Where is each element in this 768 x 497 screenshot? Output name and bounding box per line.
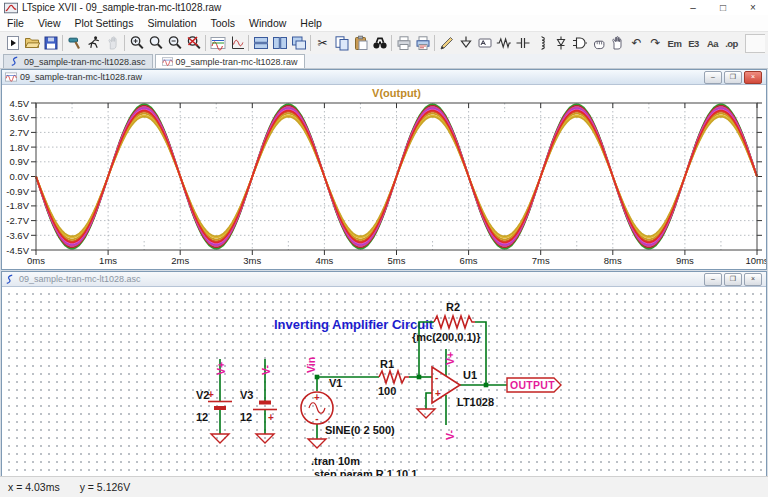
y-tick-label: 4.5V (9, 98, 29, 109)
ground-v1[interactable] (308, 439, 326, 448)
zoom-area-icon[interactable] (127, 34, 146, 53)
toolbar: ✂↶↷EmE3Aa.op (0, 31, 768, 55)
paste-icon[interactable] (351, 34, 370, 53)
net-label-vplus[interactable]: V+ (215, 362, 227, 375)
inductor-icon[interactable] (532, 34, 551, 53)
r1-name[interactable]: R1 (380, 358, 394, 370)
cut-icon[interactable]: ✂ (313, 34, 332, 53)
y-tick-label: -1.8V (6, 200, 29, 211)
v2-value[interactable]: 12 (196, 411, 208, 423)
component-icon[interactable] (570, 34, 589, 53)
menu-window[interactable]: Window (242, 15, 293, 31)
net-label-vminus[interactable]: V- (260, 365, 272, 375)
drag-icon[interactable] (608, 34, 627, 53)
menu-view[interactable]: View (31, 15, 68, 31)
v3-value[interactable]: 12 (240, 411, 252, 423)
undo-icon[interactable]: ↶ (627, 34, 646, 53)
spice-directive-tran[interactable]: .tran 10m (311, 455, 360, 467)
plot-settings-icon[interactable] (227, 34, 246, 53)
waveform-close-button[interactable]: × (744, 71, 762, 84)
voltage-source-V2[interactable] (208, 402, 232, 409)
opamp-vplus-pin-label[interactable]: V+ (444, 352, 456, 365)
autorange-icon[interactable] (208, 34, 227, 53)
ground-opamp[interactable] (417, 409, 435, 418)
move-icon[interactable] (589, 34, 608, 53)
v3-name[interactable]: V3 (240, 389, 253, 401)
save-icon[interactable] (41, 34, 60, 53)
label-net-icon[interactable] (475, 34, 494, 53)
schematic-window-titlebar[interactable]: 09_sample-tran-mc-lt1028.asc – ❐ × (2, 272, 766, 287)
waveform-window-titlebar[interactable]: 09_sample-tran-mc-lt1028.raw – ❐ × (2, 70, 766, 85)
resistor-R1[interactable] (379, 371, 409, 383)
schematic-close-button[interactable]: × (744, 273, 762, 286)
menu-tools[interactable]: Tools (203, 15, 242, 31)
v2-name[interactable]: V2 (196, 389, 209, 401)
output-flag-label[interactable]: OUTPUT (510, 379, 555, 391)
tile-horizontal-icon[interactable] (251, 34, 270, 53)
r2-name[interactable]: R2 (446, 301, 460, 313)
y-tick-label: -0.9V (6, 186, 29, 197)
toolbar-separator (124, 35, 125, 51)
zoom-full-extents-icon[interactable] (184, 34, 203, 53)
r2-value[interactable]: {mc(200,0.1)} (412, 331, 481, 343)
waveform-restore-button[interactable]: ❐ (724, 71, 742, 84)
diode-icon[interactable] (551, 34, 570, 53)
spice-directive-icon[interactable]: .op (722, 34, 741, 53)
resistor-icon[interactable] (494, 34, 513, 53)
maximize-button[interactable]: □ (708, 0, 738, 15)
menu-help[interactable]: Help (293, 15, 329, 31)
tab-2-active[interactable]: 09_sample-tran-mc-lt1028.raw (155, 54, 305, 68)
minimize-button[interactable]: – (678, 0, 708, 15)
v1-name[interactable]: V1 (329, 377, 342, 389)
schematic-heading[interactable]: Inverting Amplifier Circuit (274, 317, 434, 332)
net-label-vin[interactable]: Vin (305, 357, 317, 373)
schematic-minimize-button[interactable]: – (704, 273, 722, 286)
ltspice-app-icon (4, 1, 18, 15)
print-preview-icon[interactable] (413, 34, 432, 53)
r1-value[interactable]: 100 (378, 385, 396, 397)
wire-icon[interactable] (437, 34, 456, 53)
cascade-icon[interactable] (289, 34, 308, 53)
resistor-R2[interactable] (434, 316, 475, 328)
ground-v2[interactable] (211, 434, 229, 443)
run-icon[interactable] (3, 34, 22, 53)
menu-plot-settings[interactable]: Plot Settings (68, 15, 141, 31)
find-icon[interactable] (370, 34, 389, 53)
waveform-plot-area[interactable]: 4.5V3.6V2.7V1.8V0.9V0.0V-0.9V-1.8V-2.7V-… (2, 85, 766, 269)
legend-v-output[interactable]: V(output) (372, 87, 421, 99)
copy-icon[interactable] (332, 34, 351, 53)
ground-v3[interactable] (256, 434, 274, 443)
run-simulation-icon[interactable] (84, 34, 103, 53)
schematic-restore-button[interactable]: ❐ (724, 273, 742, 286)
v3-plus-mark: + (268, 412, 274, 423)
schematic-canvas[interactable]: Inverting Amplifier Circuit (2, 287, 766, 479)
ground-icon[interactable] (456, 34, 475, 53)
menu-file[interactable]: File (0, 15, 31, 31)
capacitor-icon[interactable] (513, 34, 532, 53)
control-panel-icon[interactable] (65, 34, 84, 53)
open-icon[interactable] (22, 34, 41, 53)
mirror-icon[interactable]: Em (665, 34, 684, 53)
v1-value[interactable]: SINE(0 2 500) (325, 424, 395, 436)
tab-1[interactable]: 09_sample-tran-mc-lt1028.asc (3, 54, 153, 68)
u1-value[interactable]: LT1028 (457, 396, 494, 408)
tile-vertical-icon[interactable] (270, 34, 289, 53)
close-button[interactable]: × (738, 0, 768, 15)
halt-icon[interactable] (103, 34, 122, 53)
schematic-doc-icon (10, 56, 21, 67)
waveform-minimize-button[interactable]: – (704, 71, 722, 84)
x-tick-label: 10ms (745, 255, 766, 266)
u1-name[interactable]: U1 (463, 369, 477, 381)
print-icon[interactable] (394, 34, 413, 53)
waveform-plot[interactable]: 4.5V3.6V2.7V1.8V0.9V0.0V-0.9V-1.8V-2.7V-… (2, 85, 766, 269)
redo-icon[interactable]: ↷ (646, 34, 665, 53)
rotate-icon[interactable]: E3 (684, 34, 703, 53)
waveform-window: 09_sample-tran-mc-lt1028.raw – ❐ × 4.5V3… (1, 69, 767, 270)
text-icon[interactable]: Aa (703, 34, 722, 53)
zoom-back-icon[interactable] (146, 34, 165, 53)
schematic-window-icon (5, 274, 16, 285)
opamp-vminus-pin-label[interactable]: V- (444, 430, 456, 440)
voltage-source-V3[interactable] (253, 403, 277, 410)
menu-simulation[interactable]: Simulation (140, 15, 203, 31)
zoom-out-icon[interactable] (165, 34, 184, 53)
